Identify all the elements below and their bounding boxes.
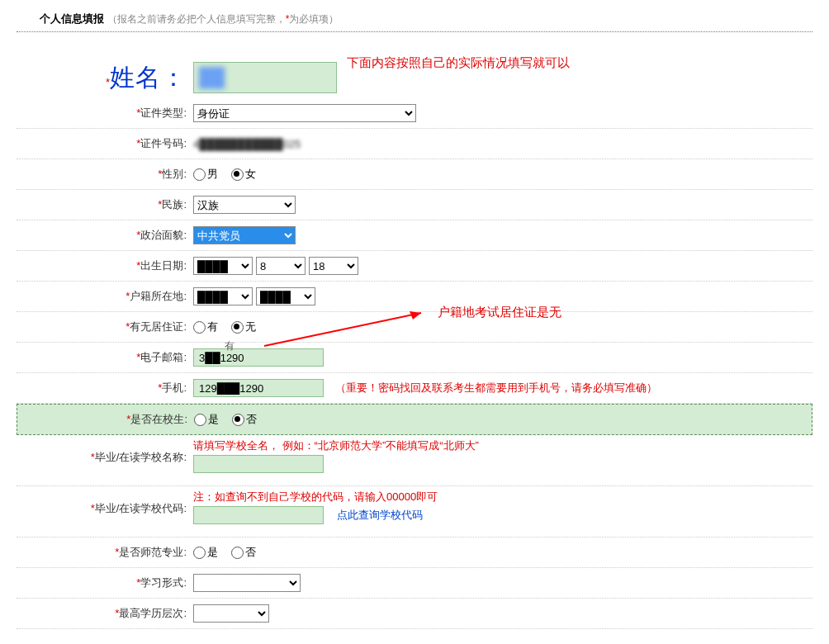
label-political: 政治面貌: (140, 229, 187, 241)
row-xueli: *最高学历层次: (17, 599, 812, 629)
select-day[interactable]: 18 (309, 257, 358, 275)
label-schoolcode: 毕业/在读学校代码: (95, 502, 187, 514)
radio-instudent-yes[interactable]: 是 (194, 412, 219, 427)
radio-jzz-no[interactable]: 无 (231, 320, 256, 334)
row-gender: *性别: 男 女 (17, 159, 812, 190)
select-month[interactable]: 8 (256, 257, 306, 275)
label-name: *姓名： (17, 61, 192, 95)
radio-gender-female[interactable]: 女 (231, 167, 256, 182)
label-dob: 出生日期: (140, 259, 187, 272)
title-sub: （报名之前请务必把个人信息填写完整，*为必填项） (107, 13, 339, 25)
select-political[interactable]: 中共党员 (193, 226, 296, 244)
radio-shifan-yes[interactable]: 是 (193, 545, 218, 560)
row-idtype: *证件类型: 身份证 (17, 98, 812, 129)
hint-school: 请填写学校全名， 例如：“北京师范大学”不能填写成“北师大” (193, 438, 479, 453)
label-xuexi: 学习形式: (140, 576, 187, 589)
title-strong: 个人信息填报 (40, 12, 104, 25)
row-school: *毕业/在读学校名称: 请填写学校全名， 例如：“北京师范大学”不能填写成“北师… (17, 435, 812, 486)
input-school[interactable] (193, 455, 324, 473)
label-xueli: 最高学历层次: (119, 607, 187, 619)
select-idtype[interactable]: 身份证 (193, 104, 416, 122)
hint-schoolcode: 注：如查询不到自己学校的代码，请输入00000即可 (193, 490, 438, 504)
label-phone: 手机: (162, 381, 187, 394)
label-school: 毕业/在读学校名称: (95, 451, 187, 463)
select-huji-city[interactable]: ████ (256, 287, 315, 305)
row-schoolcode: *毕业/在读学校代码: 注：如查询不到自己学校的代码，请输入00000即可 点此… (17, 486, 812, 537)
label-email: 电子邮箱: (140, 351, 187, 363)
value-idno: 4███████████025 (193, 138, 301, 150)
row-email: *电子邮箱: (17, 343, 812, 373)
input-phone[interactable] (193, 379, 324, 397)
hint-phone: （重要！密码找回及联系考生都需要用到手机号，请务必填写准确） (335, 381, 657, 395)
form-area: 下面内容按照自己的实际情况填写就可以 *姓名： ██ *证件类型: 身份证 *证… (17, 57, 812, 629)
page-title: 个人信息填报 （报名之前请务必把个人信息填写完整，*为必填项） (17, 8, 812, 32)
label-shifan: 是否师范专业: (119, 546, 187, 558)
input-schoolcode[interactable] (193, 506, 324, 524)
row-political: *政治面貌: 中共党员 (17, 220, 812, 251)
select-year[interactable]: ████ (193, 257, 253, 275)
select-nation[interactable]: 汉族 (193, 196, 296, 214)
jzz-subhint: 有 (192, 339, 234, 353)
row-juzhuzheng: *有无居住证: 有 无 有 (17, 312, 812, 343)
label-idtype: 证件类型: (140, 107, 187, 119)
row-phone: *手机: （重要！密码找回及联系考生都需要用到手机号，请务必填写准确） (17, 373, 812, 404)
radio-jzz-yes[interactable]: 有 (193, 320, 218, 334)
radio-instudent-no[interactable]: 否 (232, 412, 257, 427)
row-huji: *户籍所在地: ████ ████ (17, 282, 812, 312)
label-gender: 性别: (162, 168, 187, 180)
radio-gender-male[interactable]: 男 (193, 167, 218, 182)
label-juzhuzheng: 有无居住证: (130, 320, 187, 333)
row-nation: *民族: 汉族 (17, 190, 812, 220)
label-instudent: 是否在校生: (130, 413, 187, 425)
row-xuexi: *学习形式: (17, 568, 812, 599)
select-xueli[interactable] (193, 604, 269, 623)
row-shifan: *是否师范专业: 是 否 (17, 537, 812, 568)
link-query-code[interactable]: 点此查询学校代码 (337, 508, 423, 523)
radio-shifan-no[interactable]: 否 (231, 545, 256, 560)
name-input[interactable]: ██ (193, 62, 337, 93)
select-xuexi[interactable] (193, 574, 301, 592)
row-instudent: *是否在校生: 是 否 (17, 404, 812, 435)
label-idno: 证件号码: (140, 137, 187, 149)
select-huji-province[interactable]: ████ (193, 287, 253, 305)
label-huji: 户籍所在地: (130, 290, 187, 302)
annotation-right: 户籍地考试居住证是无 (438, 305, 561, 320)
label-nation: 民族: (162, 198, 187, 211)
row-idno: *证件号码: 4███████████025 (17, 129, 812, 159)
row-dob: *出生日期: ████ 8 18 (17, 251, 812, 282)
annotation-top: 下面内容按照自己的实际情况填写就可以 (347, 55, 570, 71)
